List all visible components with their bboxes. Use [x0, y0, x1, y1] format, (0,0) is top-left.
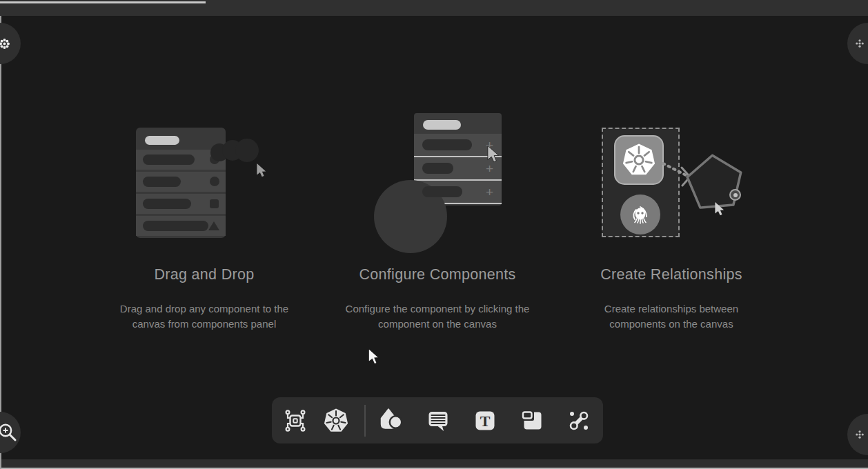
design-canvas[interactable]: + + + [0, 0, 868, 469]
relationship-tool-button[interactable] [565, 407, 593, 435]
kubernetes-tool-button[interactable] [322, 407, 350, 435]
comment-tool-button[interactable] [424, 407, 452, 435]
left-edge-line [0, 16, 1, 469]
mouse-cursor-icon [366, 348, 382, 366]
components-tool-button[interactable] [282, 407, 309, 435]
circle-shape [210, 177, 219, 186]
kubernetes-tile [614, 135, 664, 185]
plus-icon: + [486, 162, 493, 175]
zoom-in-button[interactable] [0, 412, 21, 453]
left-dock-toggle-button[interactable] [0, 23, 21, 64]
config-field-pill [422, 163, 453, 174]
onboarding-card-drag-drop: Drag and Drop Drag and drop any componen… [80, 266, 328, 332]
shapes-tool-button[interactable] [377, 407, 405, 435]
card-title: Configure Components [313, 266, 562, 283]
zoom-in-icon [0, 422, 18, 443]
shapes-icon [377, 407, 405, 435]
onboarding-card-relationships: Create Relationships Create relationship… [547, 266, 796, 332]
component-pill [143, 154, 195, 165]
dock-divider [364, 405, 366, 437]
component-pill [143, 199, 191, 209]
panel-toggle-icon [855, 39, 865, 48]
plus-icon: + [486, 186, 493, 199]
config-field-pill [422, 186, 462, 197]
card-title: Create Relationships [547, 266, 796, 283]
card-description: Drag and drop any component to the canva… [108, 301, 301, 332]
drag-trail-circle [235, 139, 259, 162]
squid-mascot-tile [620, 194, 660, 234]
relationship-icon [565, 407, 593, 435]
note-icon [518, 407, 546, 435]
illustration-cursor-icon [713, 201, 727, 217]
square-shape [210, 199, 219, 208]
card-description: Configure the component by clicking the … [332, 301, 543, 332]
kubernetes-icon [620, 141, 658, 179]
illustration-cursor-icon [255, 163, 268, 178]
panel-header-pill [423, 120, 461, 130]
note-tool-button[interactable] [518, 407, 546, 435]
tool-dock: T [272, 397, 603, 443]
bottom-bar [0, 459, 868, 468]
text-tool-button[interactable]: T [471, 407, 499, 435]
illustration-cursor-icon [485, 145, 502, 163]
triangle-shape [208, 221, 219, 230]
top-progress-line [0, 1, 206, 3]
squid-mascot-icon [627, 201, 654, 228]
components-icon [282, 407, 309, 435]
right-dock-toggle-button[interactable] [847, 23, 868, 64]
card-title: Drag and Drop [80, 266, 328, 283]
config-field-pill [422, 139, 472, 150]
onboarding-card-configure: Configure Components Configure the compo… [313, 266, 562, 332]
component-pill [143, 177, 181, 187]
text-icon: T [471, 407, 499, 435]
card-description: Create relationships between components … [592, 301, 751, 332]
kubernetes-icon [322, 407, 350, 435]
svg-text:T: T [480, 412, 491, 429]
component-pill [143, 221, 208, 231]
right-bottom-dock-toggle-button[interactable] [847, 414, 868, 455]
comment-icon [424, 407, 452, 435]
panel-header-pill [145, 136, 179, 145]
meshery-logo-icon [0, 38, 10, 50]
panel-toggle-icon [855, 430, 865, 439]
drag-drop-illustration [136, 128, 226, 238]
relationship-endpoint-node [729, 189, 741, 201]
